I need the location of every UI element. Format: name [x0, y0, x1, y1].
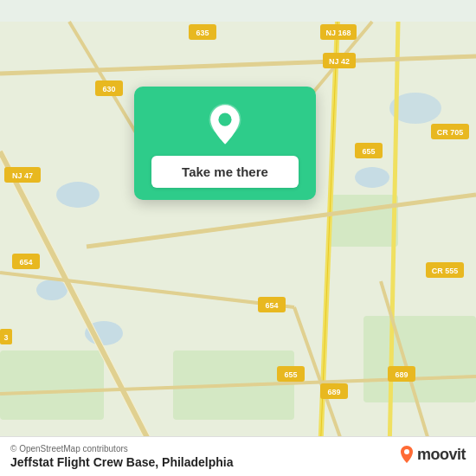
svg-rect-6	[329, 195, 398, 247]
svg-text:CR 705: CR 705	[437, 128, 464, 137]
map-svg: NJ 47 635 630 654 NJ 168 NJ 42 655 CR 70…	[0, 0, 476, 476]
svg-rect-7	[0, 351, 104, 420]
svg-text:NJ 168: NJ 168	[325, 29, 351, 37]
svg-rect-9	[363, 316, 476, 402]
popup-card: Take me there	[134, 87, 316, 200]
svg-text:655: 655	[284, 370, 297, 379]
svg-text:689: 689	[395, 370, 408, 379]
copyright-text: © OpenStreetMap contributors	[10, 444, 466, 453]
svg-text:689: 689	[327, 388, 340, 396]
svg-text:630: 630	[102, 85, 115, 93]
map-container: NJ 47 635 630 654 NJ 168 NJ 42 655 CR 70…	[0, 0, 476, 476]
svg-text:3: 3	[3, 333, 8, 342]
svg-text:CR 555: CR 555	[432, 267, 459, 275]
svg-text:NJ 47: NJ 47	[12, 171, 33, 180]
moovit-pin-icon	[399, 445, 415, 464]
svg-text:NJ 42: NJ 42	[329, 57, 350, 66]
svg-point-53	[404, 449, 409, 454]
svg-point-2	[36, 280, 68, 300]
svg-text:654: 654	[265, 301, 278, 310]
svg-text:655: 655	[362, 147, 375, 156]
svg-text:635: 635	[196, 29, 209, 37]
location-pin-icon	[203, 102, 248, 147]
take-me-there-button[interactable]: Take me there	[151, 156, 299, 188]
svg-text:654: 654	[19, 258, 32, 267]
location-title: Jeffstat Flight Crew Base, Philadelphia	[10, 455, 466, 469]
moovit-logo: moovit	[399, 445, 466, 464]
svg-point-4	[355, 167, 389, 188]
moovit-text: moovit	[417, 446, 466, 464]
svg-point-52	[218, 113, 231, 126]
svg-point-1	[56, 182, 100, 208]
